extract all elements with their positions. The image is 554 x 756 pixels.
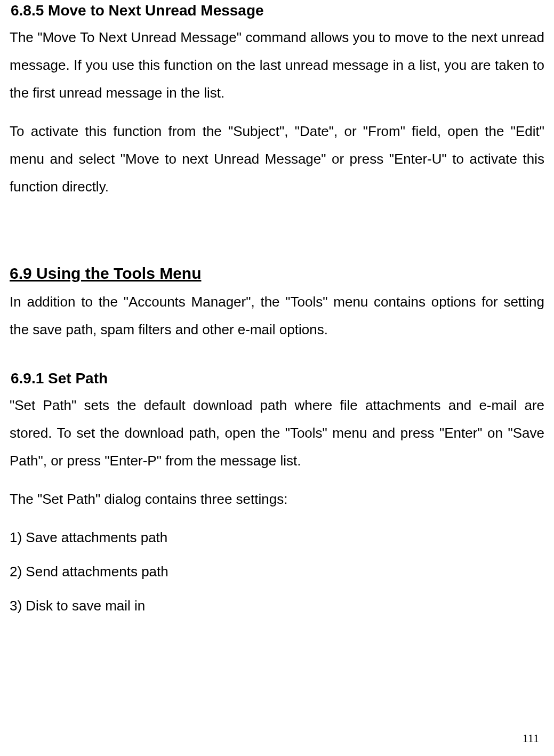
heading-6-9: 6.9 Using the Tools Menu (10, 264, 544, 283)
paragraph-text: To activate this function from the "Subj… (10, 117, 544, 200)
list-item: 2) Send attachments path (10, 558, 544, 585)
heading-6-9-1: 6.9.1 Set Path (11, 370, 544, 387)
list-item: 3) Disk to save mail in (10, 592, 544, 620)
list-item: 1) Save attachments path (10, 524, 544, 551)
paragraph-text: "Set Path" sets the default download pat… (10, 391, 544, 474)
paragraph-text: The "Move To Next Unread Message" comman… (10, 23, 544, 107)
page-number: 111 (523, 731, 539, 745)
paragraph-text: The "Set Path" dialog contains three set… (10, 485, 544, 513)
heading-6-8-5: 6.8.5 Move to Next Unread Message (11, 2, 544, 19)
paragraph-text: In addition to the "Accounts Manager", t… (10, 288, 544, 343)
